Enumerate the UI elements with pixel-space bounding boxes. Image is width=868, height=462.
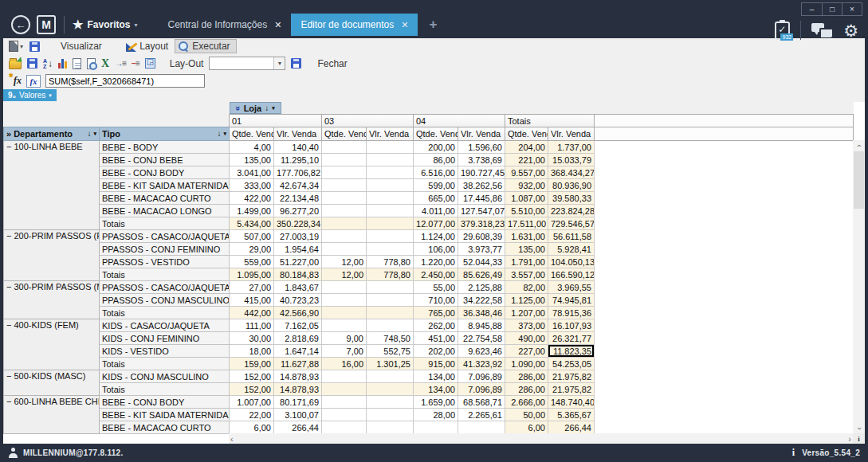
- filter-dropdown-icon[interactable]: ▾: [223, 128, 226, 139]
- value-cell[interactable]: 134,00: [414, 370, 458, 383]
- tipo-cell[interactable]: BEBE - MACACAO CURTO: [100, 421, 230, 434]
- new-tab-icon[interactable]: +: [429, 17, 437, 33]
- chevron-down-icon[interactable]: ▼: [273, 57, 285, 69]
- chevron-down-icon[interactable]: ▾: [49, 92, 52, 99]
- tab-close-icon[interactable]: ✕: [401, 20, 408, 30]
- value-cell[interactable]: 1.125,00: [505, 294, 548, 307]
- value-cell[interactable]: 127.547,07: [458, 205, 505, 217]
- value-cell[interactable]: [322, 154, 367, 166]
- value-cell[interactable]: 21.975,82: [548, 370, 595, 383]
- value-cell[interactable]: 80.936,90: [548, 179, 595, 192]
- value-cell[interactable]: 379.318,23: [458, 217, 505, 230]
- value-cell[interactable]: 27,00: [230, 281, 274, 294]
- tasks-clipboard-icon[interactable]: ✓ 932: [775, 22, 790, 40]
- layout-combobox[interactable]: ▼: [209, 57, 285, 70]
- value-cell[interactable]: 148.740,40: [548, 396, 595, 409]
- value-cell[interactable]: 368.434,27: [548, 166, 595, 179]
- tipo-cell[interactable]: BEBE - KIT SAIDA MATERNIDADE: [100, 179, 230, 192]
- vertical-scrollbar[interactable]: › ›: [853, 140, 865, 433]
- expand-rows-icon[interactable]: »: [6, 128, 11, 139]
- value-cell[interactable]: 9,00: [322, 332, 367, 345]
- value-cell[interactable]: 78.915,36: [548, 307, 595, 319]
- value-cell[interactable]: 6.516,00: [414, 166, 458, 179]
- value-cell[interactable]: [367, 166, 414, 179]
- tipo-cell[interactable]: BEBE - CONJ BODY: [100, 396, 230, 409]
- sort-button[interactable]: AZ↓: [43, 58, 53, 69]
- collapse-columns-icon[interactable]: »: [233, 105, 244, 110]
- minimize-button[interactable]: –: [802, 3, 822, 15]
- value-cell[interactable]: 778,80: [367, 256, 414, 268]
- value-cell[interactable]: 1.220,00: [414, 256, 458, 268]
- tipo-cell[interactable]: PPASSOS - CASACO/JAQUETA: [100, 230, 230, 243]
- value-cell[interactable]: 52.044,33: [458, 256, 505, 268]
- value-cell[interactable]: 86,00: [414, 154, 458, 166]
- tipo-cell[interactable]: KIDS - CONJ MASCULINO: [100, 370, 230, 383]
- value-cell[interactable]: 96.277,20: [274, 205, 322, 217]
- close-button[interactable]: ×: [842, 3, 862, 15]
- tipo-cell[interactable]: PPASSOS - CASACO/JAQUETA: [100, 281, 230, 294]
- new-document-button[interactable]: ▾: [9, 41, 23, 52]
- value-cell[interactable]: 1.631,00: [505, 230, 548, 243]
- value-cell[interactable]: 665,00: [414, 192, 458, 205]
- value-cell[interactable]: 415,00: [230, 294, 274, 307]
- value-cell[interactable]: 266,44: [548, 421, 595, 434]
- value-cell[interactable]: 166.590,12: [548, 268, 595, 281]
- value-cell[interactable]: 1.090,00: [505, 358, 548, 370]
- value-cell[interactable]: 202,00: [414, 345, 458, 358]
- value-cell[interactable]: 1.596,60: [458, 141, 505, 154]
- millennium-logo[interactable]: M: [37, 15, 56, 34]
- value-cell[interactable]: 12.077,00: [414, 217, 458, 230]
- value-cell[interactable]: 3.738,69: [458, 154, 505, 166]
- value-cell[interactable]: 2.666,00: [505, 396, 548, 409]
- window-button[interactable]: [145, 58, 155, 69]
- value-cell[interactable]: [367, 383, 414, 396]
- tipo-cell[interactable]: Totais: [100, 307, 230, 319]
- value-cell[interactable]: [322, 281, 367, 294]
- value-cell[interactable]: 11.295,10: [274, 154, 322, 166]
- value-cell[interactable]: 552,75: [367, 345, 414, 358]
- value-cell[interactable]: 266,44: [274, 421, 322, 434]
- value-cell[interactable]: 22.134,48: [274, 192, 322, 205]
- value-cell[interactable]: 6,00: [505, 421, 548, 434]
- save-layout2-button[interactable]: [291, 58, 301, 69]
- value-cell[interactable]: [367, 205, 414, 217]
- value-cell[interactable]: 422,00: [230, 192, 274, 205]
- value-cell[interactable]: 227,00: [505, 345, 548, 358]
- value-cell[interactable]: 111,00: [230, 319, 274, 332]
- value-cell[interactable]: 152,00: [230, 370, 274, 383]
- value-cell[interactable]: [322, 166, 367, 179]
- sort-icon[interactable]: ↓: [87, 128, 91, 139]
- value-cell[interactable]: [322, 421, 367, 434]
- value-cell[interactable]: 1.737,00: [548, 141, 595, 154]
- store-group-header[interactable]: 03: [322, 115, 414, 127]
- value-cell[interactable]: 17.511,00: [505, 217, 548, 230]
- value-cell[interactable]: [322, 243, 367, 256]
- insert-function-icon[interactable]: fx: [9, 75, 22, 87]
- value-cell[interactable]: 177.706,82: [274, 166, 322, 179]
- value-cell[interactable]: [367, 154, 414, 166]
- value-cell[interactable]: 748,50: [367, 332, 414, 345]
- preview-button[interactable]: [87, 58, 96, 69]
- value-cell[interactable]: 7.162,05: [274, 319, 322, 332]
- value-column-header[interactable]: Vlr. Venda: [548, 127, 595, 141]
- tab-editor-de-documentos[interactable]: Editor de documentos ✕: [291, 14, 418, 36]
- value-cell[interactable]: 729.546,57: [548, 217, 595, 230]
- value-cell[interactable]: 38.262,56: [458, 179, 505, 192]
- scroll-up-icon[interactable]: ›: [853, 140, 865, 151]
- vertical-scrollbar-thumb[interactable]: [854, 151, 864, 209]
- value-cell[interactable]: 204,00: [505, 141, 548, 154]
- value-cell[interactable]: 710,00: [414, 294, 458, 307]
- value-cell[interactable]: 55,00: [414, 281, 458, 294]
- save-button[interactable]: [29, 41, 40, 52]
- value-cell[interactable]: 22.754,58: [458, 332, 505, 345]
- value-column-header[interactable]: Qtde. Venda: [322, 127, 367, 141]
- filter-dropdown-icon[interactable]: ▾: [93, 128, 96, 139]
- value-cell[interactable]: [322, 307, 367, 319]
- gear-icon[interactable]: ⚙: [843, 22, 858, 39]
- chart-button[interactable]: [58, 58, 67, 69]
- value-cell[interactable]: 3.973,77: [458, 243, 505, 256]
- value-cell[interactable]: [367, 294, 414, 307]
- tipo-cell[interactable]: KIDS - CASACO/JAQUETA: [100, 319, 230, 332]
- tipo-cell[interactable]: BEBE - BODY: [100, 141, 230, 154]
- value-cell[interactable]: 350.228,34: [274, 217, 322, 230]
